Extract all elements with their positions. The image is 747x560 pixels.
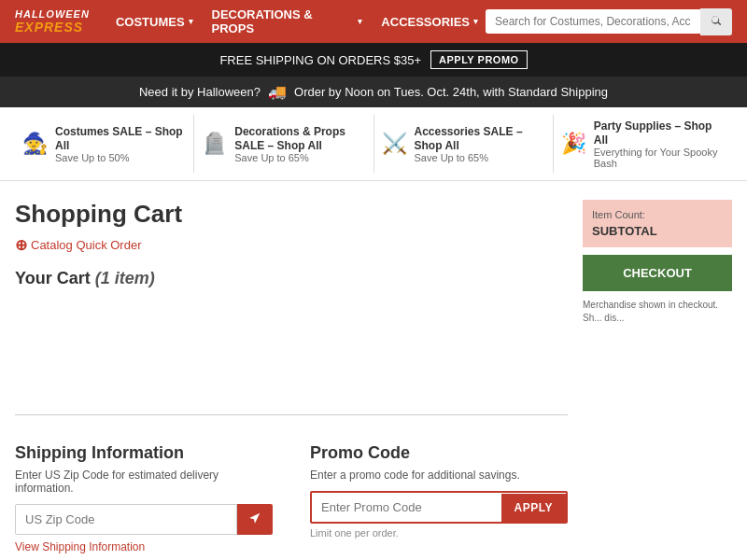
cat-decorations-title: Decorations & Props SALE – Shop All xyxy=(234,125,345,152)
shipping-info-title: Shipping Information xyxy=(15,443,273,463)
main-content: Shopping Cart ⊕ Catalog Quick Order Your… xyxy=(0,181,747,560)
tombstone-icon: 🪦 xyxy=(202,132,227,156)
free-shipping-bar: FREE SHIPPING ON ORDERS $35+ APPLY PROMO xyxy=(0,43,747,77)
truck-icon: 🚚 xyxy=(268,83,287,101)
logo-bottom-text: Express xyxy=(15,20,90,35)
cart-sidebar: Item Count: SUBTOTAL CHECKOUT Merchandis… xyxy=(583,200,732,553)
zip-code-input[interactable] xyxy=(15,504,237,535)
sidebar-summary: Item Count: SUBTOTAL xyxy=(583,200,732,247)
cat-costumes-subtitle: Save Up to 50% xyxy=(55,152,186,163)
promo-code-desc: Enter a promo code for additional saving… xyxy=(310,469,568,482)
search-input[interactable] xyxy=(486,9,700,34)
bottom-section: Shipping Information Enter US Zip Code f… xyxy=(15,434,568,553)
witch-icon: 🧙 xyxy=(22,132,48,156)
site-header: Halloween Express COSTUMES ▾ DECORATIONS… xyxy=(0,0,747,43)
free-shipping-text: FREE SHIPPING ON ORDERS $35+ xyxy=(219,53,421,67)
cart-items-area xyxy=(15,303,568,415)
category-costumes[interactable]: 🧙 Costumes SALE – Shop All Save Up to 50… xyxy=(15,115,194,173)
promo-code-input[interactable] xyxy=(312,493,501,522)
cat-costumes-title: Costumes SALE – Shop All xyxy=(55,125,183,152)
site-logo[interactable]: Halloween Express xyxy=(15,8,90,35)
sidebar-note: Merchandise shown in checkout. Sh... dis… xyxy=(583,299,732,325)
cat-party-title: Party Supplies – Shop All xyxy=(594,119,712,147)
cart-title: Shopping Cart xyxy=(15,200,568,229)
chevron-down-icon: ▾ xyxy=(473,17,478,26)
promo-code-section: Promo Code Enter a promo code for additi… xyxy=(310,443,568,553)
promo-code-title: Promo Code xyxy=(310,443,568,463)
logo-top-text: Halloween xyxy=(15,8,90,20)
item-count-label: Item Count: xyxy=(592,209,723,220)
cat-accessories-subtitle: Save Up to 65% xyxy=(415,152,545,163)
nav-costumes[interactable]: COSTUMES ▾ xyxy=(108,11,201,33)
cat-decorations-subtitle: Save Up to 65% xyxy=(234,152,365,163)
nav-accessories[interactable]: ACCESSORIES ▾ xyxy=(374,11,486,33)
nav-decorations[interactable]: DECORATIONS & PROPS ▾ xyxy=(204,4,371,39)
search-button[interactable] xyxy=(700,8,732,35)
promo-limit-text: Limit one per order. xyxy=(310,527,568,539)
shipping-info-section: Shipping Information Enter US Zip Code f… xyxy=(15,443,273,553)
sword-icon: ⚔️ xyxy=(382,132,407,156)
halloween-need-text: Need it by Halloween? xyxy=(139,85,261,99)
your-cart-label: Your Cart (1 item) xyxy=(15,269,568,288)
chevron-down-icon: ▾ xyxy=(358,17,362,26)
main-nav: COSTUMES ▾ DECORATIONS & PROPS ▾ ACCESSO… xyxy=(108,4,486,39)
catalog-quick-order-link[interactable]: ⊕ Catalog Quick Order xyxy=(15,236,568,254)
categories-bar: 🧙 Costumes SALE – Shop All Save Up to 50… xyxy=(0,107,747,181)
checkout-button[interactable]: CHECKOUT xyxy=(583,255,732,291)
shipping-info-desc: Enter US Zip Code for estimated delivery… xyxy=(15,469,273,495)
category-decorations[interactable]: 🪦 Decorations & Props SALE – Shop All Sa… xyxy=(194,115,374,173)
view-shipping-link[interactable]: View Shipping Information xyxy=(15,540,273,553)
apply-promo-button[interactable]: APPLY PROMO xyxy=(430,50,528,69)
subtotal-label: SUBTOTAL xyxy=(592,224,723,238)
zip-submit-button[interactable] xyxy=(237,504,273,535)
cat-party-subtitle: Everything for Your Spooky Bash xyxy=(594,147,725,169)
search-bar xyxy=(486,8,732,35)
promo-apply-button[interactable]: APPLY xyxy=(501,494,566,522)
category-accessories[interactable]: ⚔️ Accessories SALE – Shop All Save Up t… xyxy=(374,115,554,173)
plus-icon: ⊕ xyxy=(15,236,27,254)
promo-input-row: APPLY xyxy=(310,491,568,524)
chevron-down-icon: ▾ xyxy=(189,17,193,26)
halloween-deadline-bar: Need it by Halloween? 🚚 Order by Noon on… xyxy=(0,77,747,107)
party-icon: 🎉 xyxy=(561,132,586,156)
halloween-deadline-text: Order by Noon on Tues. Oct. 24th, with S… xyxy=(294,85,608,99)
cart-content: Shopping Cart ⊕ Catalog Quick Order Your… xyxy=(15,200,568,553)
zip-input-row xyxy=(15,504,273,535)
category-party[interactable]: 🎉 Party Supplies – Shop All Everything f… xyxy=(554,115,732,173)
cat-accessories-title: Accessories SALE – Shop All xyxy=(415,125,523,152)
